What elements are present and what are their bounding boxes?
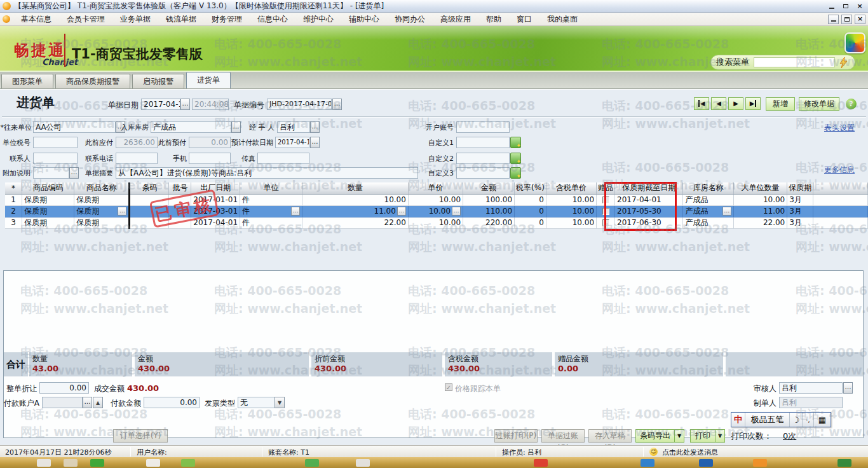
menu-item-advanced[interactable]: 高级应用: [433, 13, 478, 26]
cell-product-code[interactable]: 保质期: [22, 194, 74, 205]
cell-tax-price[interactable]: 10.00: [546, 205, 596, 217]
print-button[interactable]: 打印: [690, 429, 715, 443]
help-icon[interactable]: ?: [846, 99, 857, 109]
taskbar-icon[interactable]: [356, 459, 370, 467]
ime-punctuation-icon[interactable]: ·,: [803, 413, 814, 427]
cell-product-name[interactable]: 保质期: [74, 217, 130, 228]
custom2-field[interactable]: [456, 153, 510, 164]
menu-item-member-card[interactable]: 会员卡管理: [59, 13, 112, 26]
more-info-link[interactable]: 更多信息: [824, 165, 855, 176]
prev-record-button[interactable]: ◀: [711, 97, 726, 110]
tab-purchase-order[interactable]: 进货单: [186, 72, 231, 88]
menu-item-help[interactable]: 帮助: [478, 13, 509, 26]
theme-icon[interactable]: [844, 32, 865, 53]
doc-no-browse-button[interactable]: …: [332, 99, 342, 110]
cell-product-name[interactable]: 保质期: [74, 194, 130, 205]
print-count-link[interactable]: 0次: [783, 430, 808, 442]
menu-item-my-desktop[interactable]: 我的桌面: [539, 13, 585, 26]
pay-date-picker-button[interactable]: …: [310, 137, 320, 148]
cell-amount[interactable]: 220.00: [463, 217, 515, 228]
taskbar-icon[interactable]: [64, 459, 78, 467]
tab-startup-alert[interactable]: 启动报警: [132, 74, 184, 88]
cell-unit[interactable]: 件: [240, 217, 302, 228]
qty-browse-button[interactable]: …: [397, 207, 406, 216]
cell-warehouse[interactable]: 产成品: [683, 217, 733, 228]
taskbar-icon[interactable]: [305, 459, 319, 467]
cell-price[interactable]: 10.00: [408, 194, 463, 205]
taskbar-icon[interactable]: [181, 459, 195, 467]
warehouse-field[interactable]: 产成品: [151, 121, 231, 133]
barcode-export-dropdown-icon[interactable]: ▼: [674, 429, 684, 443]
next-record-button[interactable]: ▶: [728, 97, 743, 110]
ime-mode-icon[interactable]: 中: [731, 413, 745, 427]
cell-qty[interactable]: 22.00: [302, 217, 409, 228]
tab-shelf-life-alert[interactable]: 商品保质期报警: [55, 74, 130, 88]
cell-amount[interactable]: 100.00: [463, 194, 515, 205]
ime-name[interactable]: 极品五笔: [745, 413, 790, 427]
menu-item-business-docs[interactable]: 业务单据: [112, 13, 158, 26]
cell-amount[interactable]: 110.00: [463, 205, 515, 217]
ime-keyboard-icon[interactable]: ▦: [814, 413, 831, 427]
taskbar-icon[interactable]: [37, 459, 51, 467]
table-row[interactable]: 3 保质期 保质期 2017-04-01 件 22.00 10.00 220.0…: [5, 217, 868, 228]
custom3-define-icon[interactable]: [510, 167, 521, 179]
search-input[interactable]: [754, 57, 835, 67]
doc-date-field[interactable]: 2017-04-17: [141, 99, 180, 110]
product-name-browse-button[interactable]: …: [118, 207, 126, 216]
restore-icon[interactable]: [840, 2, 851, 11]
cell-qty[interactable]: 11.00…: [302, 205, 409, 217]
modify-button[interactable]: 修改单据: [799, 97, 839, 111]
doc-no-field[interactable]: JHD-2017-04-17-00009: [267, 99, 332, 110]
pay-account-browse-button[interactable]: …: [83, 397, 92, 408]
menu-item-cashflow-docs[interactable]: 钱流单据: [158, 13, 204, 26]
mdi-restore-icon[interactable]: [841, 15, 852, 24]
menu-item-window[interactable]: 窗口: [509, 13, 539, 26]
last-record-button[interactable]: ▶: [745, 97, 761, 110]
cell-tax-rate[interactable]: 0: [515, 217, 546, 228]
menu-item-info-center[interactable]: 信息中心: [250, 13, 295, 26]
handler-browse-button[interactable]: …: [310, 121, 320, 133]
lightning-icon[interactable]: [839, 57, 848, 68]
menu-item-basic-info[interactable]: 基本信息: [13, 13, 59, 26]
cell-warehouse[interactable]: 产成品…: [683, 205, 733, 217]
custom1-field[interactable]: [456, 137, 510, 148]
pay-amount-field[interactable]: 0.00: [144, 397, 200, 408]
contact-field[interactable]: [33, 153, 78, 164]
pay-account-up-button[interactable]: ▲: [93, 397, 103, 408]
doc-date-picker-button[interactable]: …: [180, 99, 190, 110]
taskbar-icon[interactable]: [146, 459, 160, 467]
cell-price[interactable]: 10.00: [408, 217, 463, 228]
mdi-close-icon[interactable]: ×: [855, 15, 865, 24]
taskbar-icon[interactable]: [534, 459, 548, 467]
table-row-selected[interactable]: 2 保质期 保质期… 2017-03-01 件… 11.00… 10.00… 1…: [5, 205, 868, 217]
invoice-type-dropdown-icon[interactable]: ▼: [275, 397, 285, 408]
cell-row-number[interactable]: 3: [5, 217, 22, 228]
warehouse-browse-button[interactable]: …: [722, 207, 731, 216]
cell-unit[interactable]: 件…: [240, 205, 302, 217]
windows-taskbar[interactable]: [0, 457, 868, 468]
menu-item-assist-center[interactable]: 辅助中心: [341, 13, 387, 26]
first-record-button[interactable]: ◀: [694, 97, 709, 110]
cell-row-number[interactable]: 1: [5, 194, 22, 205]
pay-account-field[interactable]: [42, 397, 83, 408]
barcode-export-button[interactable]: 条码导出: [635, 429, 675, 443]
taskbar-icon[interactable]: [699, 459, 713, 467]
cell-shelf-life[interactable]: 3月: [787, 194, 813, 205]
handler-field[interactable]: 吕利: [277, 121, 310, 133]
note-browse-button[interactable]: …: [69, 167, 79, 179]
mdi-minimize-icon[interactable]: [828, 15, 839, 24]
doc-discount-field[interactable]: 0.00: [39, 382, 89, 394]
pay-date-field[interactable]: 2017-04-17: [275, 137, 309, 148]
header-settings-link[interactable]: 表头设置: [824, 123, 855, 134]
fax-field[interactable]: [257, 153, 309, 164]
cell-tax-price[interactable]: 10.00: [546, 217, 596, 228]
print-dropdown-icon[interactable]: ▼: [715, 429, 725, 443]
custom2-define-icon[interactable]: [510, 153, 521, 164]
price-browse-button[interactable]: …: [452, 207, 461, 216]
cell-price[interactable]: 10.00…: [408, 205, 463, 217]
menu-item-maintenance[interactable]: 维护中心: [295, 13, 341, 26]
cell-big-unit-qty[interactable]: 10.00: [733, 194, 787, 205]
taskbar-icon[interactable]: [641, 459, 654, 467]
cell-product-code[interactable]: 保质期: [22, 205, 74, 217]
auditor-field[interactable]: 吕利: [779, 382, 843, 394]
